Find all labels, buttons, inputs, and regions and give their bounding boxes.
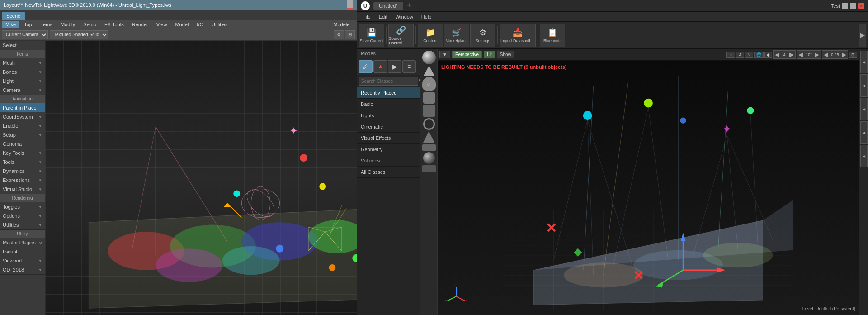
angle-increase-btn[interactable]: ▶ [815,51,819,58]
scale-btn[interactable]: ⤡ [745,52,753,58]
zoom-increase-btn[interactable]: ▶ [842,51,846,58]
settings-btn[interactable]: ⚙ [334,30,344,39]
tab-scene[interactable]: Scene [2,12,25,20]
circle-icon[interactable] [423,118,435,130]
maximize-viewport-btn[interactable]: ⊞ [849,52,857,58]
surface-btn[interactable]: ◆ [764,52,772,58]
menu-help[interactable]: Help [418,13,435,20]
sidebar-item-light[interactable]: Light▼ [0,76,45,86]
sphere-icon[interactable] [422,51,436,64]
mode-geometry-btn[interactable]: 🔺 [373,60,387,73]
sidebar-item-tools[interactable]: Tools▼ [0,158,45,167]
maximize-button[interactable]: □ [347,2,353,8]
mode-play-btn[interactable]: ▶ [388,60,401,73]
ue-close-btn[interactable]: ✕ [858,3,864,9]
cylinder-icon[interactable] [423,92,435,104]
sidebar-item-enable[interactable]: Enable▼ [0,121,45,130]
add-tab-btn[interactable]: + [407,1,412,10]
lw-viewport[interactable]: ✦ [45,41,357,315]
blueprints-btn[interactable]: 📋 Blueprints [540,24,565,47]
sidebar-item-virtual-studio[interactable]: Virtual Studio▼ [0,185,45,194]
menu-window[interactable]: Window [392,13,417,20]
sidebar-item-genoma[interactable]: Genoma [0,139,45,148]
ue-maximize-btn[interactable]: □ [850,3,856,9]
sidebar-item-lscript[interactable]: Lscript [0,247,45,256]
viewport-options-btn[interactable]: ▼ [439,51,450,58]
source-control-btn[interactable]: 🔗 Source Control [388,24,414,47]
menu-modify[interactable]: Modify [57,21,79,28]
mode-extra-btn[interactable]: ≡ [402,60,416,73]
class-recently-placed[interactable]: Recently Placed [357,87,420,99]
sidebar-item-master-plugins[interactable]: Master Plugins○ [0,238,45,247]
toolbar-collapse-btn[interactable]: ▶ [859,24,866,47]
square-icon[interactable] [423,105,435,117]
right-arrow-top[interactable]: ◀ [860,51,868,73]
zoom-decrease-btn[interactable]: ◀ [824,51,828,58]
class-basic[interactable]: Basic [357,99,420,110]
sidebar-item-dynamics[interactable]: Dynamics▼ [0,167,45,176]
class-all-classes[interactable]: All Classes [357,167,420,178]
save-current-btn[interactable]: 💾 Save Current [359,24,384,47]
flat-rect-icon[interactable] [422,144,436,151]
menu-modeler[interactable]: Modeler [330,21,355,28]
menu-edit[interactable]: Edit [375,13,391,20]
small-sphere-icon[interactable] [423,152,435,164]
translate-btn[interactable]: ↔ [726,52,735,58]
sidebar-item-options[interactable]: Options▼ [0,211,45,220]
sidebar-item-od2018[interactable]: OD_2018▼ [0,265,45,274]
sidebar-item-bones[interactable]: Bones▼ [0,67,45,76]
camera-dropdown[interactable]: Current Camera [2,30,48,39]
menu-view[interactable]: View [153,21,171,28]
wedge-icon[interactable] [423,131,435,143]
perspective-btn[interactable]: Perspective [452,51,482,58]
sidebar-item-viewport[interactable]: Viewport▼ [0,256,45,265]
menu-fxtools[interactable]: FX Tools [101,21,127,28]
sidebar-item-select[interactable]: Select [0,41,45,50]
right-arrow-mid1[interactable]: ◀ [860,74,868,97]
ue-untitled-tab[interactable]: Untitled* [373,2,403,10]
menu-setup[interactable]: Setup [80,21,100,28]
right-arrow-mid3[interactable]: ◀ [860,121,868,144]
menu-utilities[interactable]: Utilities [208,21,231,28]
rotate-btn[interactable]: ↺ [736,52,744,58]
viewport-layout-btn[interactable]: ⊞ [345,30,355,39]
search-input[interactable] [361,79,419,84]
sidebar-item-key-tools[interactable]: Key Tools▼ [0,148,45,158]
grid-increase-btn[interactable]: ▶ [789,51,794,58]
right-arrow-mid2[interactable]: ◀ [860,98,868,120]
sidebar-item-toggles[interactable]: Toggles▼ [0,202,45,211]
settings-ue-btn[interactable]: ⚙ Settings [470,24,495,47]
viewport-mode-dropdown[interactable]: Textured Shaded Solid [50,30,108,39]
class-volumes[interactable]: Volumes [357,155,420,167]
menu-model[interactable]: Model [171,21,192,28]
grid-decrease-btn[interactable]: ◀ [775,51,779,58]
world-btn[interactable]: 🌐 [754,52,764,58]
menu-items[interactable]: Items [37,21,56,28]
sidebar-item-camera[interactable]: Camera▼ [0,86,45,95]
angle-decrease-btn[interactable]: ◀ [798,51,803,58]
mode-select-btn[interactable]: 🖊 [359,60,373,73]
lit-btn[interactable]: Lit [484,51,495,58]
lightbulb-icon[interactable]: ○ [422,77,436,91]
content-btn[interactable]: 📁 Content [418,24,443,47]
class-lights[interactable]: Lights [357,110,420,121]
sidebar-item-mesh[interactable]: Mesh▼ [0,58,45,67]
menu-file[interactable]: File [359,13,374,20]
menu-top[interactable]: Top [20,21,36,28]
class-visual-effects[interactable]: Visual Effects [357,133,420,144]
marketplace-btn[interactable]: 🛒 Marketplace [444,24,469,47]
show-btn[interactable]: Show [497,51,514,58]
sidebar-item-coordsystem[interactable]: CoordSystem▼ [0,112,45,121]
sidebar-item-setup[interactable]: Setup▼ [0,130,45,139]
class-cinematic[interactable]: Cinematic [357,121,420,133]
panel-icon[interactable] [422,165,436,172]
menu-mike[interactable]: Mike [2,21,19,28]
sidebar-item-expressions[interactable]: Expressions▼ [0,176,45,185]
ue-minimize-btn[interactable]: ─ [842,3,848,9]
class-geometry[interactable]: Geometry [357,144,420,155]
ue-3d-viewport[interactable]: LIGHTING NEEDS TO BE REBUILT (9 unbuilt … [438,61,859,315]
cone-icon[interactable] [424,66,434,76]
menu-render[interactable]: Render [128,21,152,28]
sidebar-item-utilities[interactable]: Utilities▼ [0,220,45,229]
right-arrow-bot[interactable]: ◀ [860,145,868,167]
